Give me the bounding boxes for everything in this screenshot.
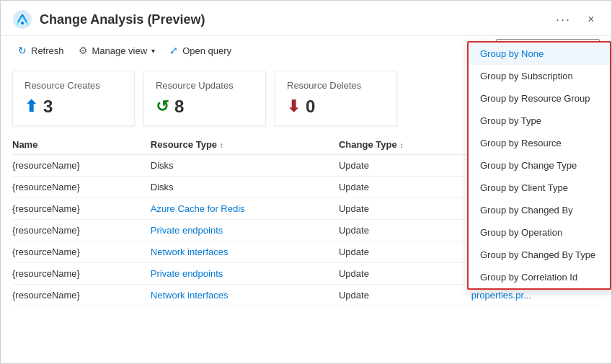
group-by-dropdown: Group by NoneGroup by SubscriptionGroup …: [467, 41, 611, 290]
cell-change-type: Update: [339, 155, 471, 177]
refresh-icon: ↻: [18, 45, 27, 56]
card-updates-title: Resource Updates: [156, 80, 254, 91]
manage-view-label: Manage view: [92, 45, 148, 56]
deletes-icon: ⬇: [287, 97, 300, 116]
cell-change-type: Update: [339, 220, 471, 241]
svg-point-1: [21, 22, 24, 25]
card-creates-title: Resource Creates: [25, 80, 123, 91]
creates-icon: ⬆: [25, 97, 37, 116]
dropdown-item-operation[interactable]: Group by Operation: [469, 221, 610, 244]
cell-change-type: Update: [339, 263, 471, 285]
manage-view-icon: ⚙: [79, 45, 88, 56]
card-updates: Resource Updates ↺ 8: [143, 71, 266, 126]
deletes-count: 0: [306, 97, 315, 117]
app-logo: [12, 9, 32, 30]
card-creates: Resource Creates ⬆ 3: [12, 71, 135, 126]
cell-name: {resourceName}: [12, 220, 151, 241]
card-updates-value: ↺ 8: [156, 97, 254, 117]
dropdown-item-change_type[interactable]: Group by Change Type: [469, 154, 610, 177]
creates-count: 3: [43, 97, 53, 117]
open-query-button[interactable]: ⤢ Open query: [164, 42, 237, 59]
card-deletes-value: ⬇ 0: [287, 97, 385, 117]
dropdown-item-changed_by[interactable]: Group by Changed By: [469, 199, 610, 221]
open-query-icon: ⤢: [169, 45, 178, 56]
title-bar: Change Analysis (Preview) ··· ×: [1, 1, 611, 36]
dropdown-item-changed_by_type[interactable]: Group by Changed By Type: [469, 244, 610, 266]
close-button[interactable]: ×: [582, 11, 600, 28]
card-creates-value: ⬆ 3: [25, 97, 123, 117]
cell-change-type: Update: [339, 198, 471, 220]
dropdown-item-none[interactable]: Group by None: [469, 43, 610, 65]
cell-name: {resourceName}: [12, 241, 151, 263]
more-options-button[interactable]: ···: [556, 12, 571, 27]
cell-change-type: Update: [339, 241, 471, 263]
cell-name: {resourceName}: [12, 155, 151, 177]
cell-name: {resourceName}: [12, 177, 151, 198]
updates-icon: ↺: [156, 97, 169, 116]
refresh-button[interactable]: ↻ Refresh: [12, 42, 70, 59]
cell-resource-type[interactable]: Network interfaces: [151, 241, 339, 263]
cell-change-type: Update: [339, 285, 471, 306]
change-type-sort-icon: ↕: [400, 141, 404, 149]
dropdown-item-type[interactable]: Group by Type: [469, 110, 610, 132]
cell-resource-type[interactable]: Private endpoints: [151, 220, 339, 241]
dropdown-item-resource[interactable]: Group by Resource: [469, 132, 610, 154]
open-query-label: Open query: [182, 45, 231, 56]
resource-type-sort-icon: ↕: [220, 141, 223, 149]
refresh-label: Refresh: [31, 45, 64, 56]
updates-count: 8: [174, 97, 184, 117]
dropdown-item-resource_group[interactable]: Group by Resource Group: [469, 87, 610, 110]
cell-name: {resourceName}: [12, 198, 151, 220]
cell-resource-type: Disks: [151, 177, 339, 198]
cell-resource-type[interactable]: Private endpoints: [151, 263, 339, 285]
card-deletes-title: Resource Deletes: [287, 80, 385, 91]
manage-view-chevron: ▾: [151, 47, 155, 55]
col-name: Name: [12, 135, 151, 155]
col-change-type[interactable]: Change Type↕: [339, 135, 471, 155]
dropdown-item-correlation_id[interactable]: Group by Correlation Id: [469, 266, 610, 288]
cell-name: {resourceName}: [12, 285, 151, 306]
svg-point-0: [13, 10, 32, 29]
cell-name: {resourceName}: [12, 263, 151, 285]
dropdown-item-client_type[interactable]: Group by Client Type: [469, 177, 610, 199]
manage-view-button[interactable]: ⚙ Manage view ▾: [73, 42, 161, 59]
window-title: Change Analysis (Preview): [40, 12, 556, 27]
cell-resource-type[interactable]: Network interfaces: [151, 285, 339, 306]
cell-resource-type[interactable]: Azure Cache for Redis: [151, 198, 339, 220]
card-deletes: Resource Deletes ⬇ 0: [275, 71, 397, 126]
main-window: Change Analysis (Preview) ··· × ↻ Refres…: [0, 0, 612, 364]
cell-change-type: Update: [339, 177, 471, 198]
cell-resource-type: Disks: [151, 155, 339, 177]
dropdown-item-subscription[interactable]: Group by Subscription: [469, 65, 610, 87]
col-resource-type[interactable]: Resource Type↕: [151, 135, 339, 155]
